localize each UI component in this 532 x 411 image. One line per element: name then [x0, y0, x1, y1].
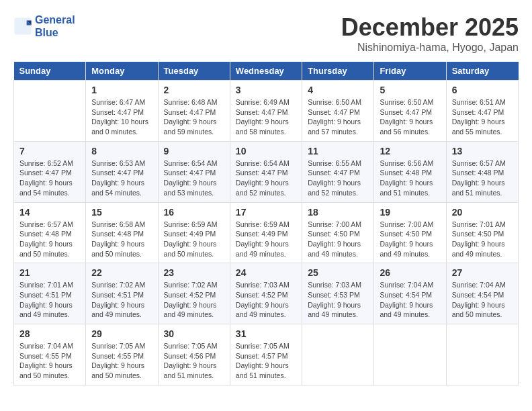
calendar-week-3: 14Sunrise: 6:57 AM Sunset: 4:48 PM Dayli…: [14, 202, 519, 263]
day-info: Sunrise: 6:59 AM Sunset: 4:49 PM Dayligh…: [164, 220, 224, 259]
calendar-cell: 10Sunrise: 6:54 AM Sunset: 4:47 PM Dayli…: [230, 141, 302, 202]
calendar-cell: [374, 324, 446, 385]
day-number: 23: [164, 267, 224, 278]
day-number: 17: [236, 207, 296, 218]
day-info: Sunrise: 6:48 AM Sunset: 4:47 PM Dayligh…: [164, 97, 224, 137]
day-info: Sunrise: 7:04 AM Sunset: 4:54 PM Dayligh…: [380, 280, 440, 320]
calendar-cell: 23Sunrise: 7:02 AM Sunset: 4:52 PM Dayli…: [158, 263, 230, 324]
day-info: Sunrise: 6:53 AM Sunset: 4:47 PM Dayligh…: [91, 158, 152, 198]
day-number: 7: [19, 146, 80, 156]
day-info: Sunrise: 7:03 AM Sunset: 4:53 PM Dayligh…: [308, 280, 368, 320]
day-info: Sunrise: 7:05 AM Sunset: 4:55 PM Dayligh…: [91, 341, 152, 381]
day-number: 5: [380, 85, 440, 95]
calendar-cell: 27Sunrise: 7:04 AM Sunset: 4:54 PM Dayli…: [446, 263, 518, 324]
day-info: Sunrise: 6:58 AM Sunset: 4:48 PM Dayligh…: [91, 220, 152, 259]
day-number: 3: [236, 85, 296, 95]
calendar-week-2: 7Sunrise: 6:52 AM Sunset: 4:47 PM Daylig…: [14, 141, 519, 202]
calendar-cell: 29Sunrise: 7:05 AM Sunset: 4:55 PM Dayli…: [86, 324, 158, 385]
day-number: 31: [236, 328, 296, 339]
day-info: Sunrise: 6:55 AM Sunset: 4:47 PM Dayligh…: [308, 158, 368, 198]
calendar-cell: 6Sunrise: 6:51 AM Sunset: 4:47 PM Daylig…: [446, 81, 518, 142]
day-info: Sunrise: 6:51 AM Sunset: 4:47 PM Dayligh…: [452, 97, 513, 137]
location-title: Nishinomiya-hama, Hyogo, Japan: [341, 42, 519, 54]
calendar-cell: 21Sunrise: 7:01 AM Sunset: 4:51 PM Dayli…: [14, 263, 86, 324]
day-number: 25: [308, 267, 368, 278]
logo: General Blue: [13, 13, 75, 39]
calendar-cell: 15Sunrise: 6:58 AM Sunset: 4:48 PM Dayli…: [86, 202, 158, 263]
day-info: Sunrise: 7:05 AM Sunset: 4:56 PM Dayligh…: [164, 341, 224, 381]
day-number: 21: [19, 267, 80, 278]
col-wednesday: Wednesday: [230, 62, 302, 81]
col-sunday: Sunday: [14, 62, 86, 81]
day-info: Sunrise: 6:50 AM Sunset: 4:47 PM Dayligh…: [308, 97, 368, 137]
col-thursday: Thursday: [302, 62, 374, 81]
calendar-cell: [446, 324, 518, 385]
day-number: 29: [91, 328, 152, 339]
top-row: General Blue December 2025 Nishinomiya-h…: [13, 13, 519, 56]
day-number: 13: [452, 146, 513, 156]
day-info: Sunrise: 7:04 AM Sunset: 4:54 PM Dayligh…: [452, 280, 513, 320]
page-container: General Blue December 2025 Nishinomiya-h…: [13, 13, 519, 385]
header-row: Sunday Monday Tuesday Wednesday Thursday…: [14, 62, 519, 81]
calendar-cell: 7Sunrise: 6:52 AM Sunset: 4:47 PM Daylig…: [14, 141, 86, 202]
day-number: 30: [164, 328, 224, 339]
calendar-cell: 12Sunrise: 6:56 AM Sunset: 4:48 PM Dayli…: [374, 141, 446, 202]
day-number: 2: [164, 85, 224, 95]
calendar-cell: 22Sunrise: 7:02 AM Sunset: 4:51 PM Dayli…: [86, 263, 158, 324]
day-info: Sunrise: 7:03 AM Sunset: 4:52 PM Dayligh…: [236, 280, 296, 320]
day-number: 26: [380, 267, 440, 278]
day-info: Sunrise: 7:00 AM Sunset: 4:50 PM Dayligh…: [380, 220, 440, 259]
calendar-cell: 31Sunrise: 7:05 AM Sunset: 4:57 PM Dayli…: [230, 324, 302, 385]
day-number: 1: [91, 85, 152, 95]
day-info: Sunrise: 6:47 AM Sunset: 4:47 PM Dayligh…: [91, 97, 152, 137]
day-info: Sunrise: 6:49 AM Sunset: 4:47 PM Dayligh…: [236, 97, 296, 137]
day-info: Sunrise: 6:57 AM Sunset: 4:48 PM Dayligh…: [452, 158, 513, 198]
day-number: 28: [19, 328, 80, 339]
day-info: Sunrise: 7:02 AM Sunset: 4:52 PM Dayligh…: [164, 280, 224, 320]
calendar-cell: [302, 324, 374, 385]
day-number: 16: [164, 207, 224, 218]
day-number: 12: [380, 146, 440, 156]
day-info: Sunrise: 7:01 AM Sunset: 4:50 PM Dayligh…: [452, 220, 513, 259]
calendar-week-5: 28Sunrise: 7:04 AM Sunset: 4:55 PM Dayli…: [14, 324, 519, 385]
calendar-cell: 4Sunrise: 6:50 AM Sunset: 4:47 PM Daylig…: [302, 81, 374, 142]
day-info: Sunrise: 6:52 AM Sunset: 4:47 PM Dayligh…: [19, 158, 80, 198]
calendar-cell: 2Sunrise: 6:48 AM Sunset: 4:47 PM Daylig…: [158, 81, 230, 142]
calendar-cell: 25Sunrise: 7:03 AM Sunset: 4:53 PM Dayli…: [302, 263, 374, 324]
calendar-cell: 9Sunrise: 6:54 AM Sunset: 4:47 PM Daylig…: [158, 141, 230, 202]
col-tuesday: Tuesday: [158, 62, 230, 81]
calendar-cell: 20Sunrise: 7:01 AM Sunset: 4:50 PM Dayli…: [446, 202, 518, 263]
calendar-week-4: 21Sunrise: 7:01 AM Sunset: 4:51 PM Dayli…: [14, 263, 519, 324]
day-number: 20: [452, 207, 513, 218]
day-number: 18: [308, 207, 368, 218]
calendar-table: Sunday Monday Tuesday Wednesday Thursday…: [13, 62, 519, 385]
day-info: Sunrise: 6:56 AM Sunset: 4:48 PM Dayligh…: [380, 158, 440, 198]
day-number: 4: [308, 85, 368, 95]
day-info: Sunrise: 6:54 AM Sunset: 4:47 PM Dayligh…: [164, 158, 224, 198]
calendar-cell: 19Sunrise: 7:00 AM Sunset: 4:50 PM Dayli…: [374, 202, 446, 263]
day-info: Sunrise: 7:05 AM Sunset: 4:57 PM Dayligh…: [236, 341, 296, 381]
month-title: December 2025: [341, 13, 519, 42]
calendar-cell: 8Sunrise: 6:53 AM Sunset: 4:47 PM Daylig…: [86, 141, 158, 202]
calendar-cell: 18Sunrise: 7:00 AM Sunset: 4:50 PM Dayli…: [302, 202, 374, 263]
day-number: 22: [91, 267, 152, 278]
day-info: Sunrise: 6:50 AM Sunset: 4:47 PM Dayligh…: [380, 97, 440, 137]
col-saturday: Saturday: [446, 62, 518, 81]
day-info: Sunrise: 7:01 AM Sunset: 4:51 PM Dayligh…: [19, 280, 80, 320]
day-info: Sunrise: 6:57 AM Sunset: 4:48 PM Dayligh…: [19, 220, 80, 259]
title-section: December 2025 Nishinomiya-hama, Hyogo, J…: [341, 13, 519, 54]
calendar-cell: 14Sunrise: 6:57 AM Sunset: 4:48 PM Dayli…: [14, 202, 86, 263]
logo-icon: [13, 17, 32, 36]
svg-rect-0: [14, 18, 31, 35]
day-info: Sunrise: 6:59 AM Sunset: 4:49 PM Dayligh…: [236, 220, 296, 259]
calendar-cell: 3Sunrise: 6:49 AM Sunset: 4:47 PM Daylig…: [230, 81, 302, 142]
day-number: 14: [19, 207, 80, 218]
calendar-cell: 13Sunrise: 6:57 AM Sunset: 4:48 PM Dayli…: [446, 141, 518, 202]
day-info: Sunrise: 7:00 AM Sunset: 4:50 PM Dayligh…: [308, 220, 368, 259]
calendar-cell: 26Sunrise: 7:04 AM Sunset: 4:54 PM Dayli…: [374, 263, 446, 324]
calendar-cell: [14, 81, 86, 142]
day-number: 27: [452, 267, 513, 278]
day-number: 9: [164, 146, 224, 156]
day-number: 15: [91, 207, 152, 218]
calendar-cell: 28Sunrise: 7:04 AM Sunset: 4:55 PM Dayli…: [14, 324, 86, 385]
